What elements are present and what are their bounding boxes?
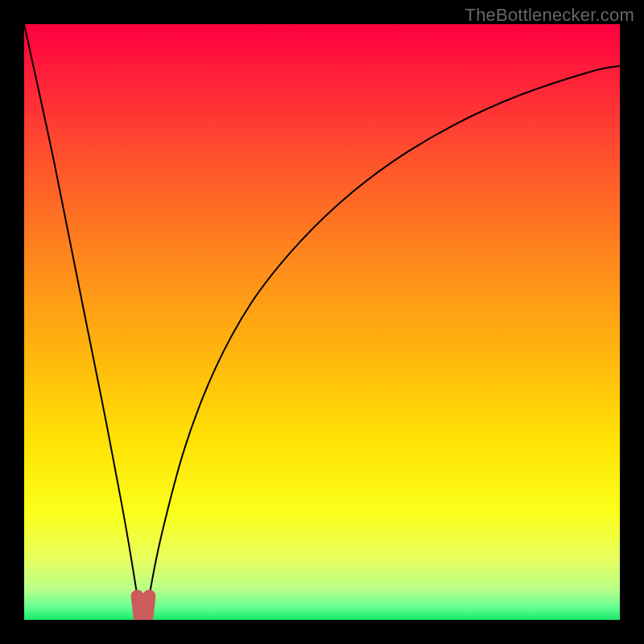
watermark-text: TheBottlenecker.com xyxy=(465,5,634,26)
curve-svg xyxy=(24,24,620,620)
chart-frame: TheBottlenecker.com xyxy=(0,0,644,644)
bottleneck-curve xyxy=(24,24,620,617)
notch-marker xyxy=(138,596,150,619)
plot-area xyxy=(24,24,620,620)
